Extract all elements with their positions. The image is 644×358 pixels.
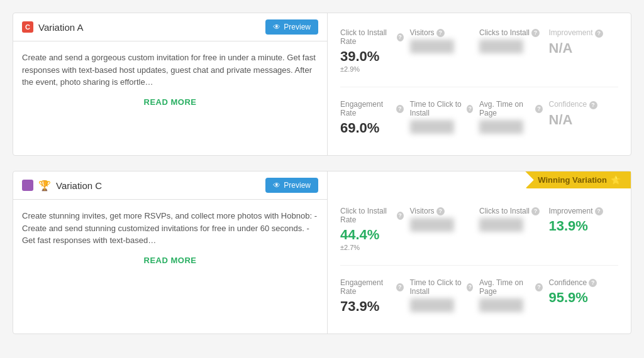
blurred-value	[479, 298, 523, 312]
metric-value: N/A	[549, 40, 613, 57]
variation-card-variation-c: 🏆Variation C👁 PreviewCreate stunning inv…	[13, 171, 631, 334]
variation-label: Variation A	[38, 22, 83, 33]
metric-cell: Avg. Time on Page ?	[479, 95, 549, 145]
blurred-value	[479, 120, 523, 134]
metric-cell: Confidence ?95.9%	[549, 273, 619, 323]
variation-description: Create stunning invites, get more RSVPs,…	[22, 210, 318, 247]
blurred-value	[410, 120, 454, 134]
info-icon[interactable]: ?	[589, 101, 597, 109]
metric-cell: Click to Install Rate ?44.4%±2.7%	[340, 202, 410, 260]
eye-icon: 👁	[273, 23, 280, 31]
variation-right-panel: Click to Install Rate ?39.0%±2.9%Visitor…	[328, 13, 631, 155]
metric-cell: Avg. Time on Page ?	[479, 273, 549, 323]
variation-title: CVariation A	[22, 21, 83, 33]
variation-body: Create stunning invites, get more RSVPs,…	[13, 200, 327, 275]
blurred-value	[479, 40, 523, 53]
variation-color-dot	[22, 180, 33, 191]
preview-button[interactable]: 👁 Preview	[265, 178, 318, 193]
blurred-value	[410, 40, 454, 53]
info-icon[interactable]: ?	[467, 283, 473, 291]
metric-cell: Time to Click to Install ?	[410, 273, 480, 323]
variation-header: 🏆Variation C👁 Preview	[13, 171, 327, 200]
info-icon[interactable]: ?	[535, 105, 542, 113]
blurred-value	[410, 218, 454, 232]
metric-value: 44.4%	[340, 227, 404, 243]
trophy-icon: 🏆	[38, 180, 51, 192]
metric-cell: Improvement ?N/A	[549, 23, 619, 82]
info-icon[interactable]: ?	[396, 283, 404, 291]
variation-left-panel: 🏆Variation C👁 PreviewCreate stunning inv…	[13, 171, 328, 334]
info-icon[interactable]: ?	[595, 207, 603, 215]
blurred-value	[410, 298, 454, 312]
preview-button[interactable]: 👁 Preview	[265, 19, 318, 35]
metric-sub: ±2.9%	[340, 65, 404, 73]
read-more-link[interactable]: READ MORE	[22, 256, 318, 265]
winner-label: Winning Variation	[538, 175, 607, 185]
info-icon[interactable]: ?	[396, 105, 404, 113]
variation-label: Variation C	[56, 180, 102, 191]
metric-cell: Click to Install Rate ?39.0%±2.9%	[340, 23, 410, 82]
info-icon[interactable]: ?	[397, 212, 404, 220]
info-icon[interactable]: ?	[595, 30, 603, 38]
variation-body: Create and send a gorgeous custom invita…	[13, 41, 327, 117]
variation-description: Create and send a gorgeous custom invita…	[22, 52, 318, 89]
metric-value: 39.0%	[340, 48, 404, 65]
metric-cell: Clicks to Install ?	[479, 202, 549, 260]
info-icon[interactable]: ?	[397, 33, 404, 41]
metrics-top-row: Click to Install Rate ?44.4%±2.7%Visitor…	[340, 202, 618, 266]
info-icon[interactable]: ?	[436, 207, 445, 215]
metric-cell: Improvement ?13.9%	[549, 202, 619, 260]
info-icon[interactable]: ?	[531, 207, 540, 215]
metric-value: 69.0%	[340, 120, 404, 136]
metric-value: N/A	[549, 112, 613, 128]
metric-cell: Visitors ?	[410, 202, 480, 260]
eye-icon: 👁	[273, 181, 280, 190]
info-icon[interactable]: ?	[535, 283, 542, 291]
variation-left-panel: CVariation A👁 PreviewCreate and send a g…	[13, 13, 328, 155]
metrics-top-row: Click to Install Rate ?39.0%±2.9%Visitor…	[340, 23, 618, 87]
metric-cell: Engagement Rate ?73.9%	[340, 273, 410, 323]
metric-value: 73.9%	[340, 298, 404, 315]
metric-cell: Clicks to Install ?	[479, 23, 549, 82]
metric-value: 95.9%	[549, 290, 613, 306]
metrics-bottom-row: Engagement Rate ?69.0%Time to Click to I…	[340, 92, 618, 145]
metric-cell: Engagement Rate ?69.0%	[340, 95, 410, 145]
star-icon: ⭐	[611, 175, 621, 185]
metrics-bottom-row: Engagement Rate ?73.9%Time to Click to I…	[340, 271, 618, 323]
metric-cell: Visitors ?	[410, 23, 480, 82]
info-icon[interactable]: ?	[436, 29, 445, 37]
variation-right-panel: Winning Variation ⭐Click to Install Rate…	[328, 171, 631, 334]
winning-banner: Winning Variation ⭐	[525, 171, 631, 188]
info-icon[interactable]: ?	[589, 279, 597, 287]
info-icon[interactable]: ?	[467, 105, 473, 113]
blurred-value	[479, 218, 523, 232]
metric-cell: Time to Click to Install ?	[410, 95, 480, 145]
variation-title: 🏆Variation C	[22, 180, 102, 192]
variation-color-dot: C	[22, 21, 33, 33]
variation-header: CVariation A👁 Preview	[13, 13, 327, 41]
metric-value: 13.9%	[549, 218, 613, 234]
info-icon[interactable]: ?	[531, 29, 540, 37]
metric-cell: Confidence ?N/A	[549, 95, 619, 145]
read-more-link[interactable]: READ MORE	[22, 97, 318, 107]
metric-sub: ±2.7%	[340, 244, 404, 251]
variation-card-variation-a: CVariation A👁 PreviewCreate and send a g…	[13, 13, 631, 156]
